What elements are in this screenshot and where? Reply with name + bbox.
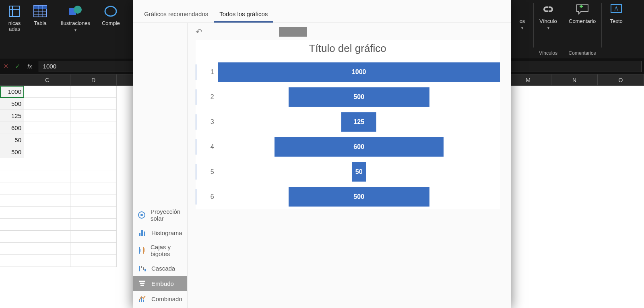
- chart-type-label: Cascada: [151, 265, 175, 272]
- boxplot-icon: [138, 246, 146, 255]
- cell[interactable]: [24, 146, 70, 158]
- combo-icon: [138, 294, 147, 303]
- cell[interactable]: [0, 243, 24, 255]
- chart-type-waterfall[interactable]: Cascada: [133, 260, 187, 276]
- col-header[interactable]: N: [551, 74, 598, 85]
- cell[interactable]: [70, 170, 117, 182]
- svg-rect-22: [139, 249, 140, 252]
- cell[interactable]: [70, 231, 117, 243]
- shapes-icon: [68, 4, 83, 19]
- col-header-blank[interactable]: [0, 74, 24, 85]
- tab-recomendados[interactable]: Gráficos recomendados: [138, 7, 214, 23]
- chart-type-combo[interactable]: Combinado: [133, 291, 187, 306]
- funnel-bar: 500: [289, 87, 429, 107]
- cell[interactable]: [24, 98, 70, 110]
- category-label: 6: [203, 193, 214, 201]
- fx-label[interactable]: fx: [23, 63, 36, 70]
- group-label-vinculos: Vínculos: [534, 50, 563, 56]
- cell[interactable]: 50: [0, 134, 24, 146]
- cell[interactable]: [70, 182, 117, 194]
- cell[interactable]: [0, 231, 24, 243]
- comentario-button[interactable]: Comentario: [566, 0, 599, 26]
- texto-button[interactable]: A Texto: [604, 0, 628, 26]
- cell[interactable]: 500: [0, 146, 24, 158]
- cell[interactable]: [0, 255, 24, 267]
- cell[interactable]: [0, 182, 24, 194]
- cell[interactable]: [24, 110, 70, 122]
- cell[interactable]: [24, 122, 70, 134]
- table-icon: [33, 4, 48, 19]
- cell[interactable]: [70, 207, 117, 219]
- funnel-row: 550: [196, 159, 500, 184]
- cell[interactable]: [24, 207, 70, 219]
- cell[interactable]: [70, 122, 117, 134]
- col-header[interactable]: O: [598, 74, 644, 85]
- ilustraciones-button[interactable]: Ilustraciones ▾: [58, 2, 93, 34]
- cell[interactable]: [24, 134, 70, 146]
- cell[interactable]: [0, 194, 24, 207]
- chart-type-boxplot[interactable]: Cajas y bigotes: [133, 240, 187, 260]
- vinculo-button[interactable]: Vínculo ▾: [536, 0, 560, 32]
- cell[interactable]: [24, 219, 70, 231]
- cell[interactable]: [70, 86, 117, 98]
- cell[interactable]: [0, 158, 24, 170]
- cell[interactable]: [70, 194, 117, 207]
- cell[interactable]: [70, 219, 117, 231]
- cell[interactable]: [0, 170, 24, 182]
- funnel-row: 6500: [196, 184, 500, 209]
- cell[interactable]: [24, 158, 70, 170]
- cell[interactable]: [0, 219, 24, 231]
- cell[interactable]: 125: [0, 110, 24, 122]
- svg-rect-25: [139, 266, 140, 271]
- svg-point-10: [74, 6, 82, 14]
- chart-type-funnel[interactable]: Embudo: [133, 276, 187, 291]
- funnel-icon: [138, 279, 147, 288]
- cell[interactable]: [24, 182, 70, 194]
- category-label: 5: [203, 168, 214, 176]
- chart-type-histogram[interactable]: Histograma: [133, 225, 187, 240]
- funnel-row: 11000: [196, 60, 500, 85]
- chart-type-label: Proyección solar: [151, 208, 182, 222]
- svg-rect-30: [140, 283, 144, 284]
- undo-icon[interactable]: ↶: [196, 27, 202, 37]
- chart-title: Título del gráfico: [196, 40, 500, 60]
- cell[interactable]: [70, 243, 117, 255]
- cell[interactable]: [24, 86, 70, 98]
- complementos-label: Comple: [102, 21, 120, 26]
- pivot-tables-button-partial[interactable]: nicasadas: [2, 2, 27, 34]
- cell[interactable]: [70, 110, 117, 122]
- svg-text:A: A: [614, 6, 619, 12]
- cell[interactable]: [70, 255, 117, 267]
- cell[interactable]: 500: [0, 98, 24, 110]
- cell[interactable]: [70, 158, 117, 170]
- funnel-bar: 500: [289, 187, 429, 207]
- cell[interactable]: [24, 194, 70, 207]
- col-header[interactable]: D: [70, 74, 117, 85]
- cell[interactable]: 600: [0, 122, 24, 134]
- chart-preview-pane: ↶ Título del gráfico 1100025003125460055…: [188, 23, 516, 308]
- col-header[interactable]: C: [24, 74, 70, 85]
- cell[interactable]: [0, 207, 24, 219]
- chart-subtype-thumbnail[interactable]: [279, 27, 307, 37]
- chart-type-sun[interactable]: Proyección solar: [133, 205, 187, 225]
- funnel-bar: 600: [275, 137, 444, 157]
- cell[interactable]: [24, 231, 70, 243]
- cell[interactable]: [70, 98, 117, 110]
- cell[interactable]: [24, 243, 70, 255]
- chart-type-label: Histograma: [151, 229, 182, 236]
- ribbon-group-texto: A Texto: [602, 0, 631, 58]
- chevron-down-icon: ▾: [547, 26, 549, 30]
- tabla-button[interactable]: Tabla: [28, 2, 52, 34]
- svg-rect-18: [139, 233, 140, 236]
- cell[interactable]: [24, 255, 70, 267]
- tab-todos[interactable]: Todos los gráficos: [214, 7, 273, 23]
- formula-accept-button[interactable]: ✓: [12, 62, 23, 70]
- chart-type-label: Cajas y bigotes: [151, 244, 182, 257]
- cell[interactable]: [70, 134, 117, 146]
- cell[interactable]: [24, 170, 70, 182]
- formula-cancel-button[interactable]: ✕: [0, 62, 12, 70]
- cell[interactable]: 1000: [0, 86, 24, 98]
- ribbon-group-illustrations: Ilustraciones ▾: [55, 2, 96, 58]
- complementos-button[interactable]: Comple: [99, 2, 123, 28]
- cell[interactable]: [70, 146, 117, 158]
